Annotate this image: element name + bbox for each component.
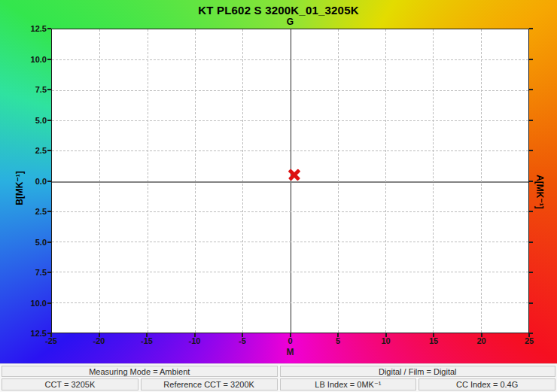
x-tick-label: 25	[514, 336, 544, 346]
y-tick-label: 7.5	[18, 84, 47, 95]
x-tick-mark	[433, 333, 434, 337]
y-tick-mark-right	[529, 211, 533, 212]
grid-line-horizontal	[52, 272, 528, 272]
y-tick-label: 5.0	[18, 115, 47, 126]
y-tick-mark-right	[529, 333, 533, 334]
y-tick-mark-left	[47, 211, 51, 212]
y-tick-mark-right	[529, 120, 533, 121]
axis-label-green: G	[260, 17, 321, 27]
x-tick-label: -5	[227, 336, 257, 346]
y-tick-mark-right	[529, 150, 533, 151]
x-tick-mark	[146, 333, 148, 337]
x-tick-label: -10	[180, 336, 210, 346]
x-tick-mark	[337, 333, 339, 337]
y-tick-mark-right	[529, 59, 533, 60]
grid-line-vertical	[338, 29, 339, 333]
y-tick-mark-right	[529, 181, 533, 182]
digital-film-readout: Digital / Film = Digital	[280, 366, 556, 377]
y-tick-mark-left	[47, 181, 51, 182]
readout-bar: Measuring Mode = Ambient Digital / Film …	[0, 363, 557, 392]
y-tick-label: 10.0	[18, 298, 47, 308]
cc-index-readout: CC Index = 0.4G	[419, 378, 555, 390]
x-tick-label: 15	[419, 336, 449, 346]
readout-row-1: Measuring Mode = Ambient Digital / Film …	[2, 366, 555, 377]
y-tick-label: 7.5	[18, 267, 47, 278]
y-tick-mark-left	[47, 333, 51, 334]
measuring-mode-readout: Measuring Mode = Ambient	[2, 366, 278, 377]
y-tick-mark-left	[47, 59, 51, 60]
x-tick-mark	[290, 333, 291, 337]
x-tick-label: -15	[132, 336, 162, 346]
chart-title: KT PL602 S 3200K_01_3205K	[0, 4, 557, 17]
y-tick-label: 0.0	[18, 176, 47, 187]
x-tick-label: 20	[467, 336, 497, 346]
cct-readout: CCT = 3205K	[2, 378, 138, 390]
grid-line-horizontal	[52, 211, 528, 212]
y-tick-label: 12.5	[18, 328, 47, 339]
x-tick-label: -20	[84, 336, 114, 346]
grid-line-horizontal	[52, 302, 528, 303]
reference-cct-readout: Reference CCT = 3200K	[141, 378, 278, 390]
x-tick-label: 10	[371, 336, 401, 346]
lb-index-readout: LB Index = 0MK⁻¹	[280, 378, 417, 390]
x-tick-mark	[99, 333, 100, 337]
y-tick-mark-left	[47, 120, 51, 121]
y-tick-mark-left	[47, 28, 51, 29]
grid-line-vertical	[385, 29, 386, 333]
y-tick-mark-right	[529, 302, 533, 304]
x-tick-label: 0	[275, 336, 306, 346]
x-tick-mark	[194, 333, 196, 337]
y-tick-mark-left	[47, 302, 51, 304]
grid-line-vertical	[433, 29, 434, 333]
measurement-marker	[288, 168, 301, 181]
grid-line-horizontal	[52, 242, 528, 242]
readout-row-2: CCT = 3205K Reference CCT = 3200K LB Ind…	[2, 378, 555, 390]
axis-label-magenta: M	[260, 347, 321, 357]
x-tick-mark	[242, 333, 243, 337]
axis-label-blue: B[MK⁻¹]	[14, 143, 26, 233]
y-tick-mark-left	[47, 89, 51, 90]
y-tick-mark-right	[529, 89, 533, 90]
y-tick-label: 2.5	[18, 145, 47, 156]
axis-label-amber: A[MK⁻¹]	[533, 147, 545, 237]
y-tick-label: 2.5	[18, 206, 47, 217]
grid-line-vertical	[481, 29, 482, 333]
x-tick-label: 5	[323, 336, 353, 346]
y-tick-mark-left	[47, 150, 51, 151]
y-tick-mark-right	[529, 272, 533, 273]
x-tick-mark	[385, 333, 387, 337]
y-tick-label: 10.0	[18, 54, 47, 65]
y-tick-label: 12.5	[18, 23, 47, 34]
color-meter-screen: KT PL602 S 3200K_01_3205K G B[MK⁻¹] A[MK…	[0, 0, 557, 392]
y-tick-mark-left	[47, 242, 51, 243]
y-tick-label: 5.0	[18, 237, 47, 248]
y-tick-mark-left	[47, 272, 51, 273]
x-tick-mark	[481, 333, 482, 337]
y-tick-mark-right	[529, 28, 533, 29]
y-tick-mark-right	[529, 242, 533, 243]
